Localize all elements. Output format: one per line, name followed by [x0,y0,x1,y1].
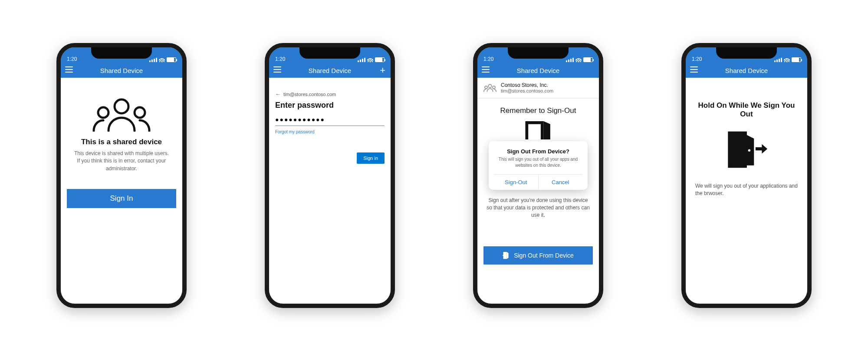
signing-out-subtitle: We will sign you out of your application… [694,182,799,197]
password-input[interactable] [275,114,385,126]
status-time: 1:20 [692,56,702,62]
svg-point-3 [488,84,492,88]
sign-in-submit-button[interactable]: Sign in [357,152,385,164]
door-exit-large-icon [725,130,768,169]
nav-title: Shared Device [100,67,143,74]
battery-icon [375,57,385,62]
nav-bar: Shared Device [686,63,807,78]
phone-shared-device: 1:20 Shared Device [56,43,187,308]
add-icon[interactable]: + [380,66,385,75]
shared-device-subtitle: This device is shared with multiple user… [70,150,173,172]
nav-bar: Shared Device + [269,63,391,78]
signal-icon [358,58,365,62]
svg-marker-7 [544,121,550,139]
battery-icon [167,57,176,62]
door-small-icon [503,252,510,259]
notch [91,47,152,59]
svg-point-2 [135,107,145,118]
phone-sign-out: 1:20 Shared Device [473,43,603,308]
status-time: 1:20 [67,56,77,62]
back-email: tim@stores.contoso.com [283,92,336,97]
signal-icon [149,58,157,62]
menu-icon[interactable] [690,66,698,73]
menu-icon[interactable] [273,66,281,73]
wifi-icon [575,58,582,62]
signal-icon [774,58,782,62]
signal-icon [566,58,574,62]
nav-bar: Shared Device [477,63,599,78]
sign-out-note: Sign out after you're done using this de… [477,190,599,219]
nav-title: Shared Device [309,67,351,74]
wifi-icon [784,58,790,62]
people-group-icon [91,97,152,132]
dialog-sign-out-button[interactable]: Sign-Out [494,175,538,190]
svg-rect-11 [503,255,505,256]
dialog-cancel-button[interactable]: Cancel [538,175,583,190]
nav-bar: Shared Device [61,63,182,78]
status-time: 1:20 [275,56,285,62]
svg-point-4 [485,86,487,89]
org-header: Contoso Stores, Inc. tim@stores.contoso.… [477,78,599,99]
svg-marker-10 [507,252,509,259]
menu-icon[interactable] [482,66,490,73]
svg-rect-13 [730,134,745,166]
org-name: Contoso Stores, Inc. [501,82,553,88]
svg-marker-17 [762,144,767,154]
svg-point-5 [493,86,495,89]
battery-icon [583,57,593,62]
phone-enter-password: 1:20 Shared Device + ← tim@stores.contos… [265,43,395,308]
nav-title: Shared Device [517,67,559,74]
password-title: Enter password [269,99,391,114]
shared-device-title: This is a shared device [70,138,173,146]
people-small-icon [483,83,496,93]
wifi-icon [159,58,165,62]
door-exit-icon [522,121,555,139]
notch [299,47,360,59]
nav-title: Shared Device [725,67,768,74]
sign-in-button[interactable]: Sign In [67,189,176,208]
notch [508,47,569,59]
org-email: tim@stores.contoso.com [501,88,553,93]
wifi-icon [367,58,373,62]
menu-icon[interactable] [65,66,73,73]
phone-signing-out: 1:20 Shared Device Hold On While We Sign… [681,43,812,308]
back-to-email[interactable]: ← tim@stores.contoso.com [269,78,391,99]
status-time: 1:20 [483,56,493,62]
remember-title: Remember to Sign-Out [485,106,591,115]
sign-out-dialog: Sign Out From Device? This will sign you… [489,141,588,190]
battery-icon [792,57,801,62]
sign-out-button[interactable]: Sign Out From Device [483,246,593,265]
forgot-password-link[interactable]: Forgot my password [269,126,391,138]
svg-rect-8 [528,124,541,139]
svg-point-15 [748,149,750,152]
sign-out-button-label: Sign Out From Device [514,252,574,259]
svg-point-0 [115,99,128,113]
dialog-message: This will sign you out of all your apps … [494,156,582,168]
svg-rect-16 [756,147,763,150]
dialog-title: Sign Out From Device? [494,148,582,155]
arrow-left-icon: ← [275,91,281,97]
signing-out-title: Hold On While We Sign You Out [694,101,799,119]
notch [716,47,777,59]
svg-point-1 [98,107,108,118]
